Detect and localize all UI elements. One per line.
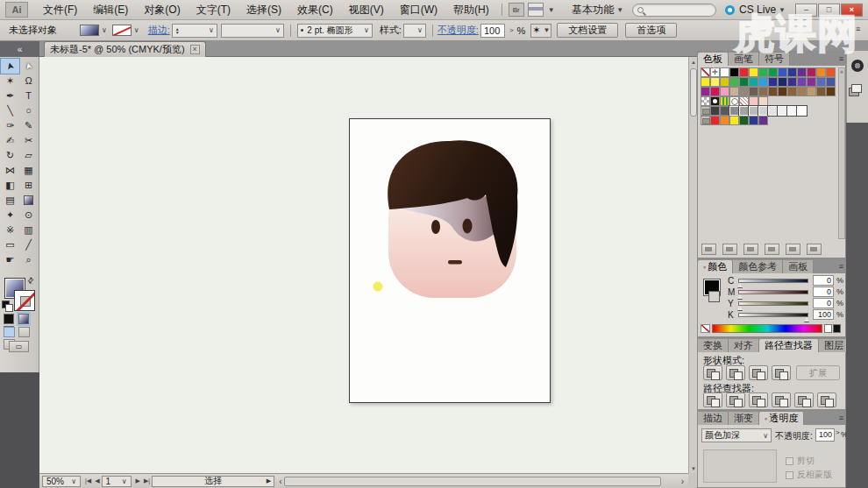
swatch[interactable] [710, 106, 720, 116]
swatch[interactable] [758, 77, 768, 87]
swatch[interactable] [729, 87, 739, 96]
stroke-weight-combo[interactable]: ▲▼ ∨ [172, 24, 217, 38]
cslive-menu[interactable]: CS Live ▼ [725, 4, 786, 16]
variable-width-combo[interactable]: ∨ [221, 24, 284, 38]
scissors-tool[interactable]: ✂ [19, 133, 38, 148]
swatch[interactable] [739, 87, 749, 96]
gradient-button[interactable] [18, 314, 29, 324]
color-button[interactable] [4, 314, 14, 324]
maximize-button[interactable]: □ [818, 4, 840, 17]
graph-tool[interactable]: ▥ [19, 223, 38, 237]
swatch[interactable] [729, 116, 739, 125]
document-setup-button[interactable]: 文档设置 [557, 23, 618, 38]
reg-swatch[interactable] [710, 67, 720, 77]
mesh-tool[interactable]: ▤ [1, 193, 19, 208]
swatch[interactable] [710, 87, 720, 96]
collapsed-swatches-icon[interactable] [851, 84, 862, 93]
crop-button[interactable] [772, 393, 791, 407]
swatch[interactable] [758, 106, 768, 116]
new-color-group-button[interactable] [765, 244, 779, 255]
magic-wand-tool[interactable]: ✶ [1, 74, 19, 88]
draw-behind-button[interactable] [18, 327, 30, 337]
perspective-grid-tool[interactable]: ⊞ [19, 178, 38, 193]
draw-normal-button[interactable] [4, 327, 15, 337]
delete-swatch-button[interactable] [807, 244, 822, 255]
swatch[interactable] [787, 106, 797, 116]
swatch[interactable] [768, 106, 778, 116]
swatch[interactable] [749, 116, 758, 125]
unite-button[interactable] [703, 365, 722, 380]
swatch[interactable] [807, 67, 816, 77]
swatch[interactable] [778, 67, 787, 77]
swatch[interactable] [749, 96, 758, 106]
style-combo[interactable]: ∨ [403, 24, 426, 38]
document-tab[interactable]: 未标题-5* @ 50% (CMYK/预览) × [44, 41, 206, 57]
hand-tool[interactable]: ☛ [1, 252, 19, 267]
tab-color[interactable]: 颜色 [698, 260, 733, 273]
menu-select[interactable]: 选择(S) [238, 1, 289, 19]
swatch[interactable] [826, 67, 836, 77]
artboard[interactable] [349, 118, 551, 403]
blend-tool[interactable]: ⊙ [19, 208, 38, 223]
yellow-slider[interactable] [738, 301, 808, 306]
panel-menu-icon[interactable]: ≡ [839, 412, 843, 425]
status-display[interactable]: 选择 ▶ [152, 476, 274, 487]
swatch[interactable] [749, 77, 758, 87]
swatch[interactable] [797, 77, 807, 87]
swatch[interactable] [826, 77, 836, 87]
panel-menu-icon[interactable]: ≡ [839, 53, 843, 66]
spectrum-white-swatch[interactable] [824, 324, 832, 333]
chevron-down-icon[interactable]: ∨ [102, 26, 107, 34]
workspace-switcher[interactable]: 基本功能 ▼ [572, 3, 623, 18]
select-similar-button[interactable]: ✶ ▼ [530, 24, 551, 38]
swap-fill-stroke-icon[interactable]: ⇄ [25, 275, 36, 286]
tab-brushes[interactable]: 画笔 [729, 53, 759, 66]
tab-transform[interactable]: 变换 [698, 339, 729, 352]
tab-transparency[interactable]: 透明度 [759, 412, 804, 425]
scroll-left-icon[interactable]: ‹ [279, 477, 281, 486]
paintbrush-tool[interactable]: ✑ [1, 118, 19, 133]
swatch[interactable] [797, 67, 807, 77]
shape-builder-tool[interactable]: ◧ [1, 178, 19, 193]
cyan-value[interactable]: 0 [813, 275, 834, 286]
pencil-tool[interactable]: ✎ [19, 118, 38, 133]
stroke-color-swatch[interactable] [112, 25, 132, 36]
panel-menu-icon[interactable]: ≡ [839, 260, 843, 273]
swatch[interactable] [778, 77, 787, 87]
swatch[interactable] [787, 67, 797, 77]
swatch[interactable] [778, 87, 787, 96]
opacity-link[interactable]: 不透明度: [438, 24, 479, 37]
swatch[interactable] [787, 87, 797, 96]
swatch[interactable] [720, 77, 729, 87]
bridge-icon[interactable]: Br [509, 3, 524, 17]
swatch[interactable] [768, 67, 778, 77]
divide-button[interactable] [703, 393, 722, 407]
color-themes-icon[interactable] [851, 60, 864, 72]
new-swatch-button[interactable] [786, 244, 800, 255]
transparency-opacity-input[interactable]: 100 [815, 428, 835, 442]
minus-front-button[interactable] [726, 365, 745, 380]
swatch[interactable] [729, 106, 739, 116]
tab-artboards[interactable]: 画板 [783, 260, 814, 273]
swatch[interactable] [826, 87, 836, 96]
swatch[interactable] [729, 77, 739, 87]
brush-combo[interactable]: 2 pt. 椭圆形 ∨ [297, 24, 373, 38]
menu-window[interactable]: 窗口(W) [392, 1, 445, 19]
swatch[interactable] [816, 77, 826, 87]
tab-layers[interactable]: 图层 [819, 339, 850, 352]
minimize-button[interactable]: – [795, 4, 817, 17]
screen-mode-button[interactable]: ▭ [9, 341, 29, 352]
spinner-icon[interactable]: > [836, 428, 840, 436]
minus-back-button[interactable] [817, 393, 836, 407]
swatch[interactable] [710, 77, 720, 87]
next-artboard-icon[interactable]: ▶ [136, 477, 140, 484]
black-value[interactable]: 100 [813, 309, 834, 320]
swatch[interactable] [797, 106, 807, 116]
stepper-icon[interactable]: ▲▼ [175, 27, 180, 34]
none-swatch[interactable] [701, 67, 710, 77]
tab-stroke[interactable]: 描边 [698, 412, 729, 425]
swatch[interactable] [710, 116, 720, 125]
type-tool[interactable]: T [19, 88, 38, 103]
zoom-level-select[interactable]: 50% ∨ [42, 476, 81, 487]
swatch[interactable] [739, 106, 749, 116]
